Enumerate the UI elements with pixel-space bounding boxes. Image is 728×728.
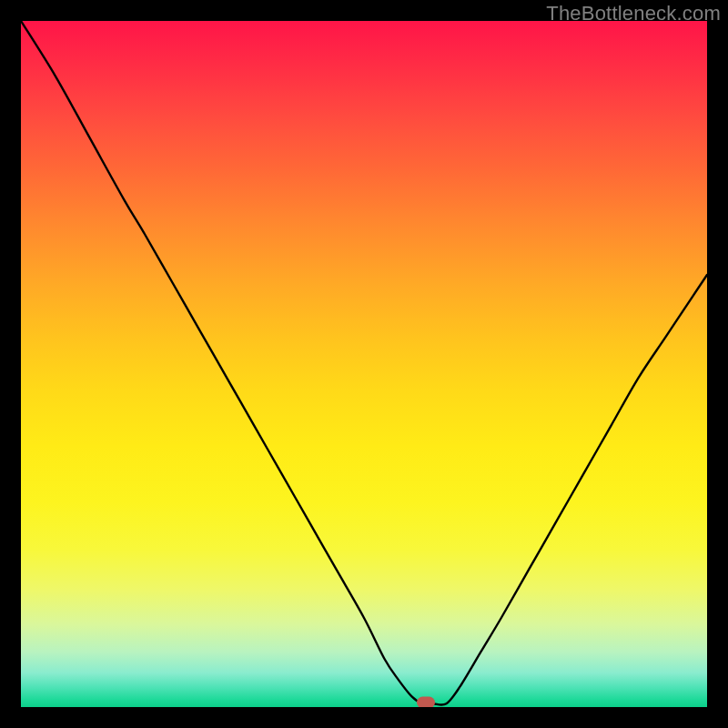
bottleneck-curve <box>21 21 707 707</box>
plot-area <box>21 21 707 707</box>
optimal-point-marker <box>417 697 435 707</box>
chart-frame: TheBottleneck.com <box>0 0 728 728</box>
watermark-text: TheBottleneck.com <box>546 2 721 25</box>
